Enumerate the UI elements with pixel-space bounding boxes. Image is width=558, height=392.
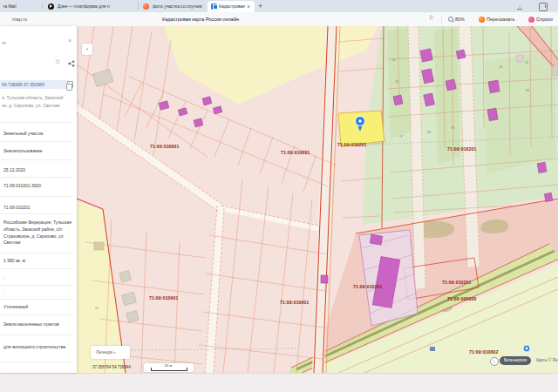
field-empty-1: - <box>3 275 73 281</box>
parcel-number: 11 <box>392 58 396 62</box>
divider <box>0 299 73 300</box>
parcel-number: 17 <box>95 307 99 310</box>
page-title: Кадастровая карта России онлайн <box>162 12 239 26</box>
tab-dzen[interactable]: Дзен — платформа для п <box>58 0 134 12</box>
page-content: те × ☆ Участок 71:09:010201:3920 54.7382… <box>0 26 558 373</box>
field-area: 1 580 кв. м <box>3 258 73 264</box>
field-full-address: Российская Федерация, Тульская область, … <box>3 220 73 247</box>
side-panel-icon[interactable] <box>539 3 548 11</box>
divider <box>0 362 73 362</box>
parcel-number: 15 <box>525 61 528 64</box>
coordinates-chip[interactable]: 54.738289 37.352989 <box>0 80 71 89</box>
address-bar[interactable]: map.ru Кадастровая карта России онлайн ⚐… <box>0 12 558 27</box>
quarter-label: 71:09:010802 <box>469 349 499 355</box>
url-text[interactable]: map.ru <box>12 12 27 26</box>
new-tab-button[interactable]: + <box>258 0 262 12</box>
windows-taskbar: Y Я ^ <box>0 373 558 392</box>
tab-separator <box>138 3 139 10</box>
divider <box>0 122 73 123</box>
quarter-label: 71:09:010201 <box>337 142 367 147</box>
map-canvas <box>77 26 558 373</box>
object-address-line1: я, Тульская область, Заокский <box>2 95 63 100</box>
divider <box>0 253 73 253</box>
parcel-number: 76 <box>451 126 454 130</box>
divider <box>0 268 73 269</box>
browser-tab-bar: та Mail Дзен — платформа для п фото учас… <box>0 0 558 12</box>
quarter-label: 71:09:010601 <box>149 295 179 301</box>
tab-mail[interactable]: та Mail <box>3 0 39 12</box>
divider <box>0 285 73 286</box>
copy-icon[interactable] <box>67 81 73 88</box>
screen: та Mail Дзен — платформа для п фото учас… <box>0 0 558 392</box>
quarter-label: 71:09:010601 <box>280 300 310 305</box>
field-quarter-number: 71:09:010201 <box>3 205 73 211</box>
divider <box>0 314 73 315</box>
ask-icon[interactable] <box>528 17 534 23</box>
map-attribution[interactable]: Карты © Ян <box>536 358 557 362</box>
divider <box>0 159 73 160</box>
field-usage: Землепользование <box>3 148 73 154</box>
field-object-type: Земельный участок <box>3 131 73 137</box>
scale-bar: 50 м <box>144 363 194 372</box>
field-land-category: Земли населенных пунктов <box>3 321 73 328</box>
field-permitted-use: для жилищного строительства <box>3 344 73 350</box>
divider <box>0 141 73 142</box>
tab-cadastral-map-active[interactable]: Кадастровая карта Ро × <box>208 1 255 12</box>
parcel-number: 18 <box>427 131 431 134</box>
cadastral-map[interactable]: 71:09:010601 71:09:010601 71:09:010201 7… <box>77 26 558 373</box>
beta-badge: Бета-версия <box>500 356 531 365</box>
object-address-line2: ое, д. Скрипово, ул. Светлая <box>2 103 60 108</box>
cursor-coordinates: 37.356764 54.736844 <box>92 365 131 369</box>
close-icon[interactable]: × <box>68 37 71 44</box>
panel-header-fragment: те <box>2 40 6 45</box>
legend-button[interactable]: Легенда ▾ <box>91 346 130 359</box>
object-title: Участок 71:09:010201:3920 <box>0 72 75 79</box>
field-date: 25.12.2020 <box>3 167 73 173</box>
quarter-label: 71:09:010601 <box>281 150 310 155</box>
parcel-number: 17 <box>399 135 403 139</box>
object-info-panel: те × ☆ Участок 71:09:010201:3920 54.7382… <box>0 26 77 373</box>
quarter-label: 71:00:000000 <box>447 296 477 301</box>
field-empty-2: - <box>3 290 73 296</box>
tab-cadastral-title: Кадастровая карта Ро <box>219 0 245 12</box>
info-icon[interactable]: i <box>490 357 499 366</box>
retell-button[interactable]: Пересказать <box>487 12 523 26</box>
chevron-down-icon: ▾ <box>113 350 115 355</box>
divider <box>441 15 442 24</box>
quarter-label: 71:09:010201 <box>353 284 383 289</box>
retell-icon[interactable] <box>479 17 485 23</box>
tab-separator <box>42 3 43 10</box>
divider <box>0 335 73 335</box>
star-icon[interactable]: ☆ <box>55 58 60 65</box>
quarter-label: 71:09:010601 <box>150 144 180 149</box>
divider <box>0 177 73 178</box>
field-precision: Уточненный <box>3 304 73 310</box>
divider <box>0 196 73 197</box>
download-icon[interactable]: ↓ <box>516 3 523 10</box>
tab-close-icon[interactable]: × <box>247 1 250 12</box>
quarter-label: 71:09:010201 <box>447 146 477 152</box>
parcel-number: 14 <box>499 65 502 69</box>
field-cadastral-number: 71:09:010201:3920 <box>3 183 73 189</box>
map-favicon <box>211 3 217 10</box>
legend-label: Легенда <box>96 349 112 355</box>
divider <box>0 213 73 214</box>
tab-photos[interactable]: фото участка со спутник <box>153 0 207 12</box>
photos-favicon <box>143 3 149 10</box>
parcel-number: 16 <box>526 89 529 92</box>
share-icon[interactable] <box>68 60 75 67</box>
parcel-number: 13 <box>395 80 398 84</box>
zoom-magnifier-icon[interactable] <box>448 17 453 22</box>
dzen-favicon <box>48 3 54 10</box>
quarter-label: 71:09:010201 <box>442 280 472 285</box>
ask-button[interactable]: Спроси <box>536 12 558 26</box>
page-zoom-level[interactable]: 80% <box>455 12 465 26</box>
bookmark-flag-icon[interactable]: ⚐ <box>429 15 434 22</box>
collapse-panel-button[interactable]: ‹ <box>82 44 92 55</box>
